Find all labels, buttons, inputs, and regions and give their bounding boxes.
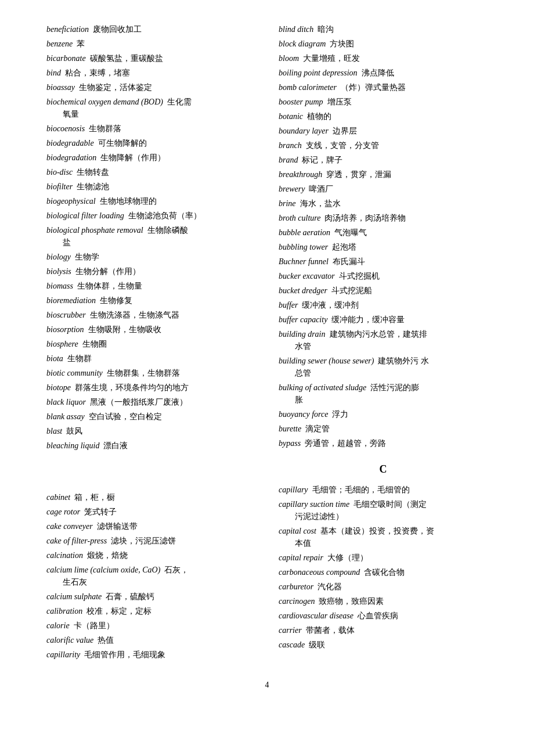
list-item: benzene 苯 — [46, 38, 255, 50]
term: capital cost — [279, 527, 316, 535]
term: boundary layer — [279, 127, 329, 135]
definition: 石膏，硫酸钙 — [106, 592, 154, 601]
term: biosphere — [46, 340, 78, 348]
definition: 起泡塔 — [332, 243, 356, 251]
term: building drain — [279, 330, 326, 339]
term: brewery — [279, 185, 305, 193]
definition: 漂白液 — [103, 441, 128, 450]
list-item: biosorption 生物吸附，生物吸收 — [46, 323, 255, 336]
term: carrier — [279, 626, 302, 635]
definition: 鼓风 — [66, 427, 82, 435]
definition: 生物修复 — [100, 296, 132, 305]
definition: 生物除磷酸 — [147, 226, 188, 235]
list-item: calcium sulphate 石膏，硫酸钙 — [46, 591, 255, 603]
list-item: calcium lime (calcium oxide, CaO) 石灰， 生石… — [46, 564, 255, 588]
definition: 污泥过滤性） — [279, 512, 344, 521]
definition: 支线，支管，分支管 — [306, 141, 379, 150]
list-item: biological filter loading 生物滤池负荷（率） — [46, 210, 255, 222]
definition: 基本（建设）投资，投资费，资 — [320, 527, 434, 535]
term: calorie — [46, 621, 70, 630]
definition: 海水，盐水 — [300, 199, 341, 208]
definition: 斗式挖掘机 — [339, 272, 380, 280]
list-item: capital repair 大修（理） — [279, 552, 488, 564]
definition: 胀 — [279, 395, 303, 404]
term: biology — [46, 253, 71, 261]
term: biomass — [46, 282, 73, 290]
list-item: brewery 啤酒厂 — [279, 183, 488, 195]
term: Buchner funnel — [279, 257, 329, 266]
definition: 盐 — [46, 238, 71, 247]
right-column: blind ditch 暗沟 block diagram 方块图 bloom 大… — [279, 23, 488, 663]
list-item: biological phosphate removal 生物除磷酸 盐 — [46, 224, 255, 249]
list-item: capital cost 基本（建设）投资，投资费，资 本值 — [279, 525, 488, 549]
definition: 卡（路里） — [74, 621, 114, 630]
definition: 生物分解（作用） — [75, 267, 140, 276]
definition: 心血管疾病 — [358, 611, 398, 620]
list-item: bioscrubber 生物洗涤器，生物涤气器 — [46, 309, 255, 321]
term: cabinet — [46, 493, 70, 502]
definition: 方块图 — [330, 39, 354, 48]
definition: 致癌物，致癌因素 — [319, 597, 384, 606]
list-item: bleaching liquid 漂白液 — [46, 440, 255, 452]
list-item: biofilter 生物滤池 — [46, 181, 255, 193]
term: broth culture — [279, 214, 320, 222]
term: block diagram — [279, 39, 326, 48]
definition: 生物圈 — [82, 340, 107, 348]
term: calibration — [46, 607, 82, 615]
list-item: blast 鼓风 — [46, 425, 255, 437]
list-item: bucket dredger 斗式挖泥船 — [279, 285, 488, 297]
list-item: cake conveyer 滤饼输送带 — [46, 520, 255, 532]
term: calcination — [46, 551, 83, 560]
term: capillary — [279, 485, 308, 494]
term: biodegradation — [46, 153, 96, 162]
term: biosorption — [46, 325, 84, 334]
term: biotope — [46, 383, 71, 392]
definition: 箱，柜，橱 — [74, 493, 115, 502]
list-item: burette 滴定管 — [279, 423, 488, 435]
definition: 粘合，束缚，堵塞 — [65, 69, 130, 77]
term: buffer capacity — [279, 315, 327, 324]
list-item: cage rotor 笼式转子 — [46, 506, 255, 518]
term: bioremediation — [46, 296, 96, 305]
list-item: building sewer (house sewer) 建筑物外污 水 总管 — [279, 355, 488, 379]
definition: 含碳化合物 — [364, 568, 405, 577]
list-item: biotope 群落生境，环境条件均匀的地方 — [46, 381, 255, 394]
definition: 啤酒厂 — [309, 185, 333, 193]
definition: 级联 — [309, 640, 325, 649]
term: building sewer (house sewer) — [279, 357, 374, 365]
definition: 建筑物外污 水 — [378, 357, 429, 365]
list-item: cardiovascular disease 心血管疾病 — [279, 610, 488, 622]
list-item: biochemical oxygen demand (BOD) 生化需 氧量 — [46, 96, 255, 120]
list-item: carburetor 汽化器 — [279, 581, 488, 593]
definition: 滤块，污泥压滤饼 — [111, 537, 176, 545]
definition: 缓冲液，缓冲剂 — [302, 301, 359, 309]
term: bind — [46, 69, 61, 77]
definition: 生物降解（作用） — [100, 153, 165, 162]
list-item: biosphere 生物圈 — [46, 338, 255, 350]
term: bucker excavator — [279, 272, 335, 280]
term: capillary suction time — [279, 500, 349, 509]
list-item: biomass 生物体群，生物量 — [46, 280, 255, 292]
term: beneficiation — [46, 25, 89, 34]
definition: 旁通管，超越管，旁路 — [305, 439, 386, 448]
definition: 石灰， — [164, 566, 189, 574]
list-item: bind 粘合，束缚，堵塞 — [46, 67, 255, 79]
definition: 带菌者，载体 — [306, 626, 355, 635]
definition: 大量增殖，旺发 — [303, 54, 360, 63]
list-item: boundary layer 边界层 — [279, 125, 488, 137]
list-item: carrier 带菌者，载体 — [279, 624, 488, 636]
list-item: capillary suction time 毛细空吸时间（测定 污泥过滤性） — [279, 498, 488, 523]
term: bucket dredger — [279, 286, 327, 295]
definition: 氧量 — [46, 110, 79, 118]
definition: 生物群落 — [89, 124, 121, 133]
definition: 增压泵 — [327, 98, 352, 106]
definition: 生物转盘 — [77, 168, 109, 177]
list-item: cake of filter-press 滤块，污泥压滤饼 — [46, 535, 255, 547]
list-item: bucker excavator 斗式挖掘机 — [279, 270, 488, 282]
definition: 碳酸氢盐，重碳酸盐 — [90, 54, 163, 63]
list-item: bicarbonate 碳酸氢盐，重碳酸盐 — [46, 52, 255, 64]
list-item: biodegradable 可生物降解的 — [46, 137, 255, 149]
list-item: bulking of activated sludge 活性污泥的膨 胀 — [279, 381, 488, 406]
term: biocoenosis — [46, 124, 85, 133]
list-item: boiling point depression 沸点降低 — [279, 67, 488, 79]
